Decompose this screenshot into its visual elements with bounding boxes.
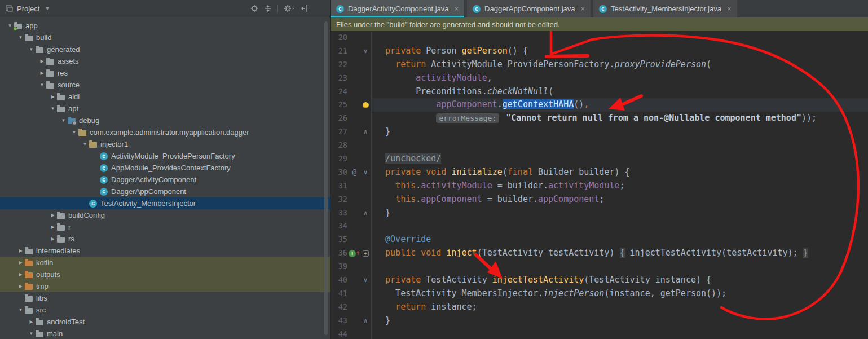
tree-expand-arrow[interactable]: ▶ — [16, 284, 25, 289]
fold-marker[interactable]: ∨ — [361, 166, 370, 179]
tree-item-kotlin[interactable]: ▶kotlin — [0, 257, 330, 268]
code-line-40: 40∨ private TestActivity injectTestActiv… — [331, 274, 868, 287]
fold-marker[interactable]: ∧ — [361, 125, 370, 139]
tree-expand-arrow[interactable]: ▶ — [49, 213, 57, 218]
fold-marker[interactable]: ∨ — [361, 45, 370, 58]
override-method-icon[interactable]: I — [349, 250, 356, 257]
tree-item-TestActivity_MembersInjector[interactable]: cTestActivity_MembersInjector — [0, 197, 330, 209]
code-text[interactable]: } — [371, 125, 868, 139]
tree-expand-arrow[interactable]: ▼ — [49, 106, 57, 111]
tab-close-icon[interactable]: × — [454, 5, 459, 13]
tree-expand-arrow[interactable]: ▼ — [81, 142, 89, 147]
code-text[interactable]: this.appComponent = builder.appComponent… — [371, 193, 868, 206]
collapse-all-icon[interactable] — [264, 5, 272, 12]
code-text[interactable]: @Override — [371, 233, 868, 246]
tree-expand-arrow[interactable]: ▶ — [38, 71, 46, 76]
code-text[interactable] — [371, 31, 868, 45]
tree-expand-arrow[interactable]: ▼ — [27, 47, 36, 52]
tree-expand-arrow[interactable]: ▼ — [16, 307, 25, 312]
code-text[interactable]: errorMessage: "Cannot return null from a… — [371, 112, 868, 125]
tree-item-injector1[interactable]: ▼injector1 — [0, 138, 330, 150]
code-text[interactable]: activityModule, — [371, 72, 868, 85]
tree-expand-arrow[interactable]: ▶ — [49, 236, 57, 241]
tree-item-buildConfig[interactable]: ▶buildConfig — [0, 209, 330, 221]
code-text[interactable]: return instance; — [371, 301, 868, 314]
code-text[interactable]: this.activityModule = builder.activityMo… — [371, 179, 868, 193]
annotation-gutter-icon[interactable]: @ — [352, 166, 356, 179]
code-text[interactable] — [371, 139, 868, 152]
tree-item-generated[interactable]: ▼generated — [0, 43, 330, 55]
fold-marker[interactable]: + — [361, 250, 370, 257]
code-text[interactable]: /unchecked/ — [371, 152, 868, 166]
tree-item-tmp[interactable]: ▶tmp — [0, 280, 330, 292]
tree-expand-arrow[interactable]: ▼ — [27, 331, 36, 336]
tree-item-main[interactable]: ▼main — [0, 328, 330, 339]
project-panel-title[interactable]: Project — [17, 5, 39, 13]
fold-marker[interactable]: ∨ — [361, 274, 370, 287]
tree-item-apt[interactable]: ▼apt — [0, 103, 330, 115]
code-text[interactable]: public void inject(TestActivity testActi… — [371, 246, 868, 260]
tree-expand-arrow[interactable]: ▼ — [38, 82, 46, 87]
gutter: 22 — [331, 58, 371, 72]
fold-marker[interactable]: ∧ — [361, 314, 370, 328]
fold-expand-icon[interactable]: + — [363, 250, 369, 257]
code-text[interactable]: TestActivity_MembersInjector.injectPerso… — [371, 287, 868, 301]
code-text[interactable] — [371, 219, 868, 233]
code-text[interactable] — [371, 328, 868, 339]
tree-item-libs[interactable]: libs — [0, 292, 330, 304]
tree-item-androidTest[interactable]: ▶androidTest — [0, 316, 330, 328]
tree-item-assets[interactable]: ▶assets — [0, 55, 330, 67]
tree-item-label: DaggerActivityComponent — [111, 175, 196, 184]
code-token: inject — [446, 248, 477, 258]
tree-item-ActivityModule_ProvidePersonFactory[interactable]: cActivityModule_ProvidePersonFactory — [0, 150, 330, 162]
tree-expand-arrow[interactable]: ▼ — [70, 130, 78, 135]
code-text[interactable]: return ActivityModule_ProvidePersonFacto… — [371, 58, 868, 72]
tree-expand-arrow[interactable]: ▶ — [49, 94, 57, 99]
tree-expand-arrow[interactable]: ▶ — [49, 224, 57, 230]
code-text[interactable] — [371, 260, 868, 274]
intention-bulb-icon[interactable] — [363, 102, 369, 108]
tree-item-debug[interactable]: ▼debug — [0, 115, 330, 126]
tree-item-app[interactable]: ▼app — [0, 20, 330, 32]
tab-close-icon[interactable]: × — [581, 5, 585, 13]
tree-item-res[interactable]: ▶res — [0, 67, 330, 79]
code-text[interactable]: Preconditions.checkNotNull( — [371, 85, 868, 99]
tab-DaggerActivityComponent.java[interactable]: cDaggerActivityComponent.java× — [331, 0, 464, 17]
tree-item-aidl[interactable]: ▶aidl — [0, 91, 330, 103]
code-text[interactable]: } — [371, 314, 868, 328]
locate-icon[interactable] — [250, 5, 258, 12]
tree-expand-arrow[interactable]: ▶ — [38, 59, 46, 64]
tree-expand-arrow[interactable]: ▶ — [27, 319, 36, 324]
tree-expand-arrow[interactable]: ▶ — [16, 272, 25, 277]
code-text[interactable]: private void initialize(final Builder bu… — [371, 166, 868, 179]
code-text[interactable]: private TestActivity injectTestActivity(… — [371, 274, 868, 287]
chevron-down-icon[interactable]: ▼ — [45, 6, 50, 11]
project-tree-scrollbar[interactable] — [324, 21, 328, 335]
tree-item-DaggerActivityComponent[interactable]: cDaggerActivityComponent — [0, 174, 330, 186]
tree-item-intermediates[interactable]: ▶intermediates — [0, 245, 330, 257]
settings-gear-icon[interactable] — [284, 5, 295, 12]
fold-marker[interactable]: ∧ — [361, 206, 370, 220]
tab-close-icon[interactable]: × — [727, 5, 732, 13]
tree-expand-arrow[interactable]: ▶ — [16, 248, 25, 253]
tree-item-outputs[interactable]: ▶outputs — [0, 268, 330, 280]
tree-item-build[interactable]: ▼build — [0, 32, 330, 43]
tree-item-rs[interactable]: ▶rs — [0, 233, 330, 245]
tree-item-AppModule_ProvidesContextFactory[interactable]: cAppModule_ProvidesContextFactory — [0, 162, 330, 174]
hide-panel-icon[interactable] — [301, 5, 309, 12]
tree-item-src[interactable]: ▼src — [0, 304, 330, 316]
code-text[interactable]: } — [371, 206, 868, 220]
tab-DaggerAppComponent.java[interactable]: cDaggerAppComponent.java× — [467, 0, 591, 17]
tree-expand-arrow[interactable]: ▼ — [59, 118, 68, 123]
tree-item-r[interactable]: ▶r — [0, 221, 330, 233]
code-text[interactable]: appComponent.getContextHAHA(), — [371, 98, 868, 112]
tree-item-com.example.administrator.myapplication.dagger[interactable]: ▼com.example.administrator.myapplication… — [0, 126, 330, 138]
folder-icon — [36, 320, 43, 325]
tree-item-DaggerAppComponent[interactable]: cDaggerAppComponent — [0, 186, 330, 197]
tab-TestActivity_MembersInjector.java[interactable]: cTestActivity_MembersInjector.java× — [593, 0, 737, 17]
code-text[interactable]: private Person getPerson() { — [371, 45, 868, 58]
tree-item-source[interactable]: ▼source — [0, 79, 330, 91]
tree-expand-arrow[interactable]: ▼ — [16, 35, 25, 40]
project-window-icon — [6, 5, 13, 12]
tree-expand-arrow[interactable]: ▶ — [16, 260, 25, 265]
